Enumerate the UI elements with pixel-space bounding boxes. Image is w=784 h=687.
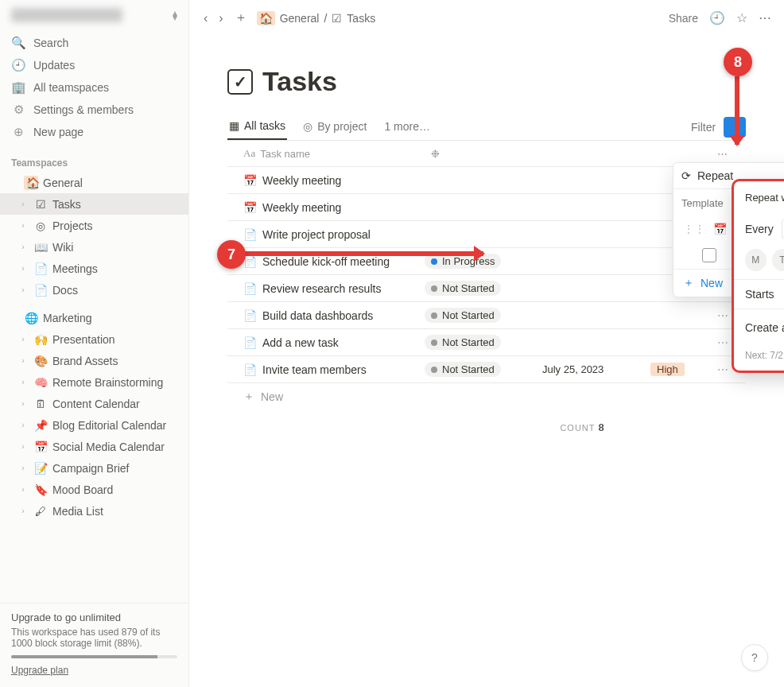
- due-cell[interactable]: [536, 311, 647, 320]
- page-blog-editorial-calendar[interactable]: ›📌Blog Editorial Calendar: [0, 414, 188, 436]
- status-pill[interactable]: Not Started: [425, 281, 501, 296]
- due-cell[interactable]: [536, 284, 647, 293]
- nav-settings-members[interactable]: ⚙Settings & members: [0, 99, 188, 121]
- priority-pill[interactable]: High: [650, 363, 685, 376]
- nav-new-page[interactable]: ⊕New page: [0, 121, 188, 143]
- annotation-bubble-8: 8: [724, 48, 752, 76]
- table-row[interactable]: 📄Add a new taskNot Started⋯: [227, 329, 746, 356]
- table-row[interactable]: 📄Invite team membersNot StartedJuly 25, …: [227, 356, 746, 383]
- nav-updates[interactable]: 🕘Updates: [0, 54, 188, 76]
- page-meetings[interactable]: ›📄Meetings: [0, 258, 188, 279]
- page-social-media-calendar[interactable]: ›📅Social Media Calendar: [0, 436, 188, 457]
- history-icon[interactable]: 🕘: [709, 10, 725, 25]
- table-row[interactable]: 📅Weekly meeting⋯: [227, 167, 746, 194]
- caret-icon[interactable]: ›: [17, 221, 29, 230]
- task-name[interactable]: Write project proposal: [262, 228, 371, 241]
- teamspace-marketing[interactable]: 🌐 Marketing: [0, 307, 188, 328]
- due-cell[interactable]: [536, 203, 647, 212]
- page-docs[interactable]: ›📄Docs: [0, 279, 188, 301]
- caret-icon[interactable]: ›: [17, 442, 29, 451]
- page-remote-brainstorming[interactable]: ›🧠Remote Brainstorming: [0, 371, 188, 393]
- due-cell[interactable]: [536, 230, 647, 239]
- page-projects[interactable]: ›◎Projects: [0, 215, 188, 236]
- new-tab-button[interactable]: ＋: [233, 8, 249, 28]
- new-row-button[interactable]: ＋New: [227, 383, 746, 410]
- drag-handle-icon[interactable]: ⋮⋮: [683, 223, 705, 235]
- back-button[interactable]: ‹: [202, 10, 209, 27]
- filter-button[interactable]: Filter: [691, 121, 716, 134]
- weekday-m-0[interactable]: M: [745, 249, 767, 271]
- breadcrumb-page[interactable]: Tasks: [347, 12, 375, 25]
- task-name[interactable]: Invite team members: [262, 363, 367, 376]
- caret-icon[interactable]: ›: [17, 464, 29, 472]
- share-button[interactable]: Share: [669, 12, 698, 25]
- calendar-icon: 📅: [713, 223, 727, 235]
- caret-icon[interactable]: ›: [17, 285, 29, 294]
- caret-icon[interactable]: ›: [17, 507, 29, 515]
- page-campaign-brief[interactable]: ›📝Campaign Brief: [0, 457, 188, 479]
- row-icon: 📄: [243, 282, 256, 295]
- page-wiki[interactable]: ›📖Wiki: [0, 236, 188, 258]
- status-pill[interactable]: Not Started: [425, 308, 501, 323]
- caret-icon[interactable]: ›: [17, 264, 29, 273]
- caret-icon[interactable]: ›: [17, 378, 29, 386]
- page-media-list[interactable]: ›🖋Media List: [0, 500, 188, 522]
- page-tasks[interactable]: ›☑Tasks: [0, 193, 188, 215]
- caret-icon[interactable]: ›: [17, 335, 29, 344]
- more-icon[interactable]: ⋯: [759, 10, 771, 25]
- every-label: Every: [745, 223, 774, 235]
- page-mood-board[interactable]: ›🔖Mood Board: [0, 479, 188, 500]
- page-icon[interactable]: ✓: [227, 69, 253, 95]
- weekday-t-1[interactable]: T: [772, 249, 784, 271]
- due-cell[interactable]: [536, 176, 647, 185]
- status-pill[interactable]: Not Started: [425, 335, 501, 350]
- caret-icon[interactable]: ›: [17, 200, 29, 208]
- star-icon[interactable]: ☆: [736, 10, 747, 25]
- nav-search[interactable]: 🔍Search: [0, 32, 188, 54]
- task-name[interactable]: Review research results: [262, 282, 381, 295]
- workspace-switcher[interactable]: ▴▾: [0, 0, 188, 30]
- due-cell[interactable]: July 25, 2023: [536, 359, 647, 380]
- upgrade-desc: This workspace has used 879 of its 1000 …: [11, 627, 177, 649]
- page-presentation[interactable]: ›🙌Presentation: [0, 328, 188, 350]
- nav-label: New page: [33, 126, 83, 138]
- due-cell[interactable]: [536, 257, 647, 266]
- caret-icon[interactable]: ›: [17, 243, 29, 251]
- page-content-calendar[interactable]: ›🗓Content Calendar: [0, 393, 188, 414]
- table-row[interactable]: 📅Weekly meeting⋯: [227, 194, 746, 221]
- table-row[interactable]: 📄Review research resultsNot Started⋯: [227, 275, 746, 302]
- tab-all-tasks[interactable]: ▦All tasks: [227, 114, 287, 140]
- caret-icon[interactable]: ›: [17, 399, 29, 408]
- task-name[interactable]: Schedule kick-off meeting: [262, 255, 390, 268]
- caret-icon[interactable]: ›: [17, 421, 29, 429]
- forward-button[interactable]: ›: [217, 10, 224, 27]
- status-pill[interactable]: Not Started: [425, 362, 501, 377]
- tab-more[interactable]: 1 more…: [382, 115, 432, 139]
- task-name[interactable]: Weekly meeting: [262, 174, 341, 187]
- task-name[interactable]: Weekly meeting: [262, 201, 341, 214]
- upgrade-link[interactable]: Upgrade plan: [11, 665, 68, 676]
- teamspace-general[interactable]: 🏠 General: [0, 172, 188, 193]
- table-row[interactable]: 📄Write project proposal⋯: [227, 221, 746, 248]
- help-button[interactable]: ?: [741, 644, 768, 671]
- page-emoji-icon: 🗓: [33, 398, 48, 410]
- caret-icon[interactable]: ›: [17, 485, 29, 494]
- col-task-name[interactable]: AaTask name: [227, 141, 425, 166]
- repeat-mode-dropdown[interactable]: Repeat weekly ⌄: [745, 192, 784, 204]
- col-due[interactable]: [536, 141, 647, 166]
- due-cell[interactable]: [536, 338, 647, 347]
- table-row[interactable]: 📄Build data dashboardsNot Started⋯: [227, 302, 746, 329]
- page-title-text[interactable]: Tasks: [262, 66, 337, 97]
- tree-label: Mood Board: [52, 483, 113, 496]
- col-status[interactable]: ❉: [425, 141, 536, 166]
- target-icon: ◎: [303, 120, 312, 133]
- task-name[interactable]: Build data dashboards: [262, 309, 373, 322]
- page-brand-assets[interactable]: ›🎨Brand Assets: [0, 350, 188, 371]
- task-name[interactable]: Add a new task: [262, 336, 339, 349]
- breadcrumb-home[interactable]: General: [280, 12, 320, 25]
- nav-all-teamspaces[interactable]: 🏢All teamspaces: [0, 76, 188, 99]
- caret-icon[interactable]: ›: [17, 356, 29, 365]
- tab-by-project[interactable]: ◎By project: [301, 115, 368, 139]
- breadcrumb[interactable]: 🏠 General / ☑ Tasks: [257, 11, 376, 25]
- clock-icon: 🕘: [11, 58, 25, 72]
